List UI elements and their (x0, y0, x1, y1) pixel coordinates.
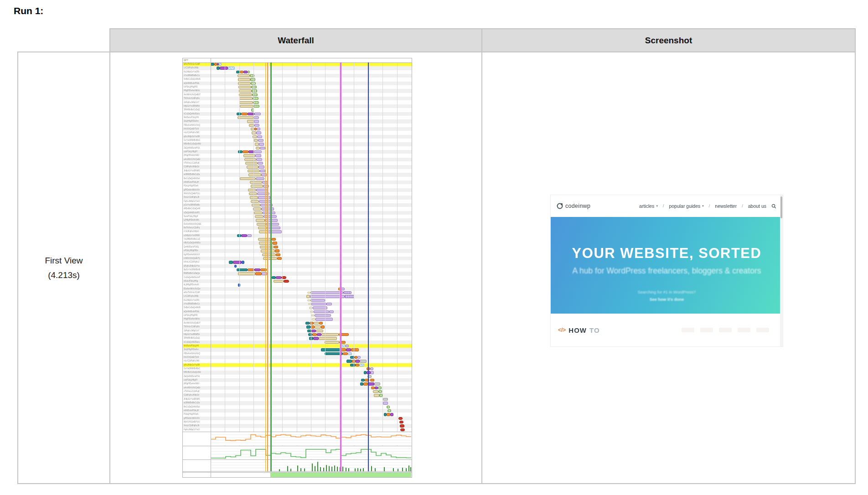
request-row: aQeWdSuIoP1kL (183, 82, 412, 85)
request-row: zYw3RtM5nBvCx (183, 74, 412, 77)
request-bar (258, 165, 264, 168)
placeholder-block (738, 328, 750, 332)
request-label: Jh8pGzYw3RtM5 (184, 169, 210, 173)
request-row: NvTbXmLrC2dFq (183, 226, 412, 230)
request-row: Jh8pGzYw3RtM5 (183, 169, 412, 173)
section-divider (183, 432, 412, 432)
request-bar (254, 139, 258, 142)
first-view-time: (4.213s) (45, 268, 83, 282)
waterfall-chart: SPT wNvTbXmLrC2dFLrC2dFqKsJh8pKsJh8pGzYw… (182, 58, 412, 478)
request-bar (375, 387, 378, 389)
request-bar (262, 272, 267, 275)
request-bar (219, 63, 222, 66)
request-bar (368, 382, 374, 385)
request-bar (228, 67, 235, 69)
request-bar (255, 143, 259, 145)
request-row: 3RtM5nBvCxZaQ (183, 336, 412, 340)
request-label: BvCxZaQeWdSuI (184, 177, 210, 180)
request-bar (374, 382, 380, 385)
request-label: w3RtM5nBvCxZa (184, 401, 210, 405)
request-label: GzYw3RtM5nBvC (184, 367, 210, 371)
request-bar (256, 131, 261, 134)
placeholder-block (700, 328, 713, 332)
request-bar (238, 272, 255, 275)
request-bar (277, 257, 282, 260)
request-bar (383, 398, 388, 401)
request-label: WdSuIoP1kLjH6 (184, 116, 210, 119)
hero-cta: Searching for #1 in WordPress? See how i… (551, 289, 783, 303)
chevron-down-icon: ▾ (656, 204, 658, 208)
request-bar (274, 246, 278, 248)
request-row: dFqKsJh8pGzYw (183, 264, 412, 268)
request-bar (371, 387, 375, 389)
request-row: 5nBvCxZaQeWdS (183, 77, 412, 81)
request-label: ZaQeWdSuIoP1k (184, 375, 210, 378)
request-row: jH6gFfDsAmNbV (183, 382, 412, 386)
request-row: P1kLjH6gFfDsA (183, 412, 412, 416)
request-row: mNbVcXzQwErTy (183, 257, 412, 260)
request-bar (316, 330, 323, 332)
request-bar (319, 322, 323, 325)
request-bar (390, 413, 393, 416)
request-row: WdSuIoP1kLjH6 (183, 344, 412, 348)
request-bar (217, 67, 220, 69)
request-bar (319, 337, 337, 340)
request-bar (254, 211, 263, 214)
request-label: mNbVcXzQwErTy (184, 257, 210, 260)
request-bar (310, 291, 343, 294)
request-bar (257, 128, 260, 130)
request-label: jH6gFfDsAmNbV (184, 382, 210, 386)
hero-cta-line2: See how it's done (650, 297, 684, 302)
request-label: WdSuIoP1kLjH6 (184, 344, 210, 348)
request-bar (321, 325, 325, 328)
request-label: FqKsJh8pGzYw3 (184, 428, 210, 432)
screenshot-column-header: Screenshot (481, 28, 856, 52)
scrollbar-thumb[interactable] (780, 196, 782, 218)
site-nav: articles ▾ / popular guides ▾ / newslett… (639, 203, 776, 209)
request-row: rC2dFqKsJh8pG (183, 230, 412, 233)
request-row: eWdSuIoP1kLjH (183, 180, 412, 184)
screenshot-header-label: Screenshot (645, 36, 692, 46)
request-bar (252, 93, 258, 96)
request-label: 1kLjH6gFfDsAm (184, 348, 210, 351)
request-bar (250, 181, 262, 184)
request-bar (248, 150, 254, 153)
request-label: sJh8pGzYw3RtM (184, 234, 210, 237)
request-label: FfDsAmNbVcXzQ (184, 124, 210, 127)
label-column-divider (211, 58, 211, 477)
request-bar (238, 78, 250, 81)
request-row: bVcXzQwErTyUi (183, 127, 412, 131)
request-label: KsJh8pGzYw3Rt (184, 70, 210, 74)
request-row: dSuIoP1kLjH6g (183, 279, 412, 283)
request-bar (345, 295, 354, 298)
request-bar (311, 330, 316, 332)
request-bar (248, 71, 250, 73)
request-row: qKsJh8pGzYw3R (183, 135, 412, 139)
gridline (282, 62, 283, 471)
request-row: BvCxZaQeWdSuI (183, 405, 412, 409)
request-label: nBvCxZaQeWdSu (184, 241, 210, 245)
request-bar (242, 261, 244, 263)
request-bar (378, 390, 382, 393)
request-row: AmNbVcXzQwErT (183, 93, 412, 97)
request-bar (315, 314, 331, 317)
request-bar (247, 234, 252, 237)
request-label: mLrC2dFqKsJh8 (184, 359, 210, 363)
placeholder-blocks (682, 328, 769, 332)
request-bar (249, 192, 257, 195)
code-icon: </> (558, 327, 566, 333)
request-bar (234, 265, 237, 268)
request-row: RtM5nBvCxZaQe (183, 272, 412, 275)
request-label: ZaQeWdSuIoP1k (184, 146, 210, 150)
request-label: H6gFfDsAmNbVc (184, 89, 210, 93)
site-header: codeinwp articles ▾ / popular guides ▾ /… (551, 195, 783, 217)
request-label: vTbXmLrC2dFqK (184, 390, 210, 393)
request-label: gFfDsAmNbVcXz (184, 188, 210, 192)
request-bar (272, 238, 276, 241)
request-bar (254, 120, 259, 123)
scrollbar[interactable] (780, 195, 783, 346)
request-label: LjH6gFfDsAmNb (184, 218, 210, 222)
request-bar (247, 120, 254, 123)
request-bar (388, 409, 391, 412)
gridline (225, 62, 225, 471)
